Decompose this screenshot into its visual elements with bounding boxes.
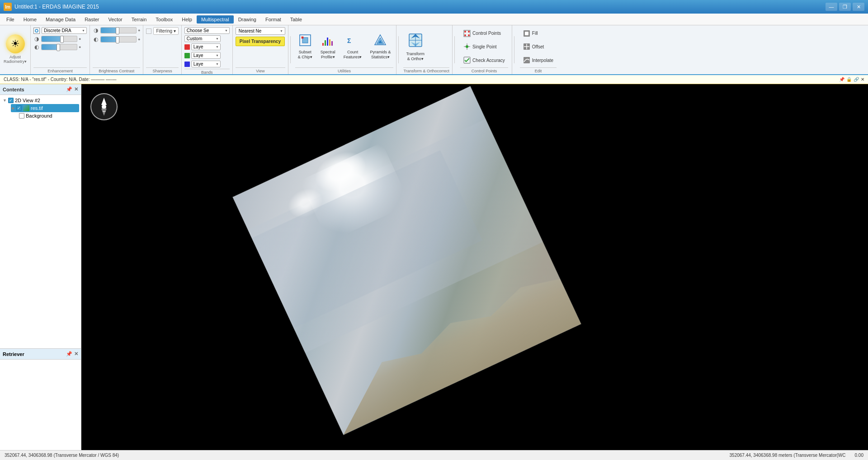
brightness-icon3: ◑ (93, 27, 99, 33)
adjust-radiometry-button[interactable]: ☀ (6, 34, 25, 53)
svg-point-21 (468, 34, 470, 36)
retriever-pin-icon[interactable]: 📌 (66, 351, 72, 357)
pixel-transparency-button[interactable]: Pixel Transparency (236, 37, 285, 46)
choose-se-dropdown[interactable]: Choose Se (184, 27, 230, 34)
minimize-button[interactable]: — (826, 3, 837, 11)
transform-ortho-icon (408, 32, 423, 51)
pyramids-stats-button[interactable]: Pyramids &Statistics▾ (367, 32, 393, 62)
menu-raster[interactable]: Raster (80, 15, 104, 24)
custom-dropdown[interactable]: Custom (184, 35, 221, 42)
interpolate-icon (523, 57, 530, 64)
svg-point-20 (464, 34, 466, 36)
sharpness-group: Filtering ▾ Sharpness (143, 25, 181, 74)
contents-pin-icon[interactable]: 📌 (66, 86, 72, 92)
divider-3 (454, 36, 455, 63)
svg-rect-5 (327, 38, 328, 46)
offset-button[interactable]: Offset (520, 42, 557, 52)
status-zoom: 0.00 (855, 453, 863, 458)
menu-bar: File Home Manage Data Raster Vector Terr… (0, 14, 868, 25)
title-bar: Im Untitled:1 - ERDAS IMAGINE 2015 — ❐ ✕ (0, 0, 868, 14)
svg-point-24 (466, 45, 468, 48)
tree-child-restif: ▶ ✓ res.tif (2, 104, 79, 112)
menu-help[interactable]: Help (177, 15, 197, 24)
tree-item-restif[interactable]: ▶ ✓ res.tif (11, 104, 79, 112)
map-view[interactable]: + − (81, 84, 868, 450)
spectral-profile-button[interactable]: SpectralProfile▾ (318, 32, 338, 62)
title-text: Untitled:1 - ERDAS IMAGINE 2015 (14, 4, 99, 10)
info-bar-close-icon[interactable]: ✕ (861, 77, 864, 82)
brightness-slider[interactable] (41, 36, 77, 42)
control-points-button[interactable]: Control Points (460, 28, 508, 38)
brightness-slider2[interactable] (100, 27, 137, 33)
bands-label: Bands (184, 69, 230, 75)
maximize-button[interactable]: ❐ (839, 3, 851, 11)
check-accuracy-button[interactable]: Check Accuracy (460, 55, 508, 65)
fill-button[interactable]: Fill (520, 28, 557, 38)
menu-drawing[interactable]: Drawing (234, 15, 261, 24)
info-bar-lock-icon[interactable]: 🔒 (846, 77, 852, 82)
green-band-color (184, 53, 190, 58)
menu-toolbox[interactable]: Toolbox (151, 15, 177, 24)
contrast-icon2: ● (79, 45, 81, 49)
utilities-label: Utilities (295, 67, 394, 73)
checkbox-2d-view[interactable]: ✓ (8, 98, 14, 103)
subset-chip-button[interactable]: Subset& Chip▾ (295, 32, 315, 62)
interpolate-button[interactable]: Interpolate (520, 55, 557, 65)
app-icon: Im (4, 3, 12, 11)
checkbox-background[interactable] (19, 113, 24, 119)
info-bar: CLASS: N/A - "res.tif" - Country: N/A. D… (0, 75, 868, 84)
utilities-group: Subset& Chip▾ SpectralProfile▾ (292, 25, 397, 74)
control-points-group: Control Points Single Point (457, 25, 512, 74)
single-point-button[interactable]: Single Point (460, 42, 508, 52)
tree-child-background: Background (2, 112, 79, 119)
expand-2d-view-icon: ▼ (3, 98, 7, 103)
control-points-group-label: Control Points (460, 67, 508, 73)
filter-checkbox[interactable] (146, 28, 151, 34)
menu-vector[interactable]: Vector (104, 15, 127, 24)
contrast-icon: ◐ (33, 44, 40, 50)
menu-multispectral[interactable]: Multispectral (197, 15, 234, 24)
discrete-dra-dropdown[interactable]: Discrete DRA (42, 27, 87, 34)
info-bar-text: CLASS: N/A - "res.tif" - Country: N/A. D… (4, 77, 116, 82)
status-coord-text-right: 352067.44, 3406368.98 meters (Transverse… (730, 453, 846, 458)
single-point-label: Single Point (472, 44, 496, 49)
blue-band-dropdown[interactable]: Laye (191, 61, 221, 67)
check-accuracy-label: Check Accuracy (472, 58, 505, 63)
green-band-dropdown[interactable]: Laye (191, 52, 221, 59)
menu-format[interactable]: Format (261, 15, 286, 24)
contents-close-icon[interactable]: ✕ (74, 86, 78, 92)
blue-band-color (184, 62, 190, 67)
fill-icon (523, 30, 530, 37)
menu-home[interactable]: Home (19, 15, 41, 24)
close-button[interactable]: ✕ (853, 3, 864, 11)
menu-manage-data[interactable]: Manage Data (41, 15, 80, 24)
menu-table[interactable]: Table (286, 15, 307, 24)
retriever-close-icon[interactable]: ✕ (74, 351, 78, 357)
brightness-contrast-group: ◑ ● ◐ ● Brightness Contrast (90, 25, 143, 74)
contrast-slider[interactable] (41, 44, 77, 50)
tree-item-2d-view[interactable]: ▼ ✓ 2D View #2 (2, 97, 79, 104)
info-bar-chain-icon[interactable]: 🔗 (854, 77, 859, 82)
compass[interactable]: + − (90, 93, 118, 120)
info-bar-pin-icon[interactable]: 📌 (839, 77, 844, 82)
contents-header-icons: 📌 ✕ (66, 86, 78, 92)
filtering-dropdown[interactable]: Filtering ▾ (153, 27, 178, 35)
tree-item-background[interactable]: Background (18, 112, 79, 119)
transform-ortho-button[interactable]: Transform& Ortho▾ (403, 30, 427, 63)
brightness-icon2: ● (79, 37, 81, 41)
checkbox-restif[interactable]: ✓ (16, 105, 22, 111)
count-features-label: CountFeatures▾ (344, 50, 362, 60)
window-controls: — ❐ ✕ (826, 3, 864, 11)
bright-end-icon: ● (138, 28, 140, 33)
count-features-button[interactable]: Σ CountFeatures▾ (341, 32, 365, 62)
nearest-neighbor-dropdown[interactable]: Nearest Ne (236, 27, 285, 35)
menu-terrain[interactable]: Terrain (127, 15, 151, 24)
menu-file[interactable]: File (2, 15, 19, 24)
divider-1 (290, 36, 291, 63)
red-band-dropdown[interactable]: Laye (191, 43, 221, 50)
contrast-slider2[interactable] (100, 36, 137, 43)
transform-ortho-label: Transform & Orthocorrect (403, 67, 449, 73)
svg-rect-31 (524, 57, 530, 63)
check-accuracy-icon (463, 57, 471, 64)
retriever-title: Retriever (3, 351, 24, 357)
